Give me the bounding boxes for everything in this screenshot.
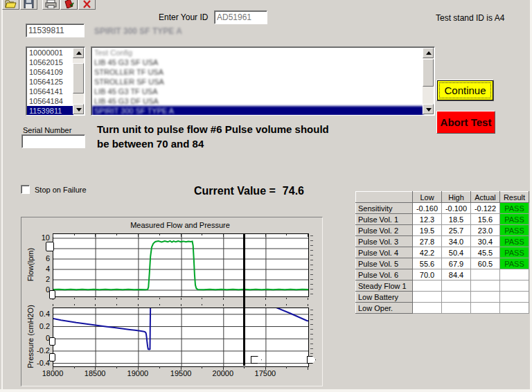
table-column-header: Low (413, 192, 442, 203)
up-arrow-icon (76, 51, 82, 55)
y-tick-label: -0.4 (21, 359, 50, 367)
scroll-up-button[interactable] (423, 48, 434, 58)
list-item[interactable]: LIB 45 G3 SF USA (92, 57, 423, 67)
axis-tick (181, 298, 181, 300)
axis-tick (265, 304, 266, 306)
app-window: Enter Your ID Test stand ID is A4 SPIRIT… (0, 0, 532, 392)
list-item[interactable]: 10564109 (27, 67, 73, 77)
table-cell (471, 303, 500, 314)
axis-tick (286, 366, 287, 368)
axis-tick (286, 234, 287, 235)
table-cell: 12.3 (413, 214, 442, 225)
cursor-handle[interactable] (46, 242, 54, 251)
axis-tick (223, 298, 224, 300)
axis-tick (95, 304, 96, 306)
cursor-handle[interactable] (49, 290, 55, 299)
table-row-header: Low Oper. (356, 303, 413, 314)
stop-on-failure-checkbox[interactable] (21, 185, 30, 194)
toolbar-print-button[interactable] (42, 0, 60, 10)
list-item[interactable]: 10562015 (27, 57, 73, 67)
enter-id-input[interactable] (214, 10, 267, 24)
y-tick-label: 4 (21, 265, 50, 273)
result-pass-cell: PASS (500, 247, 529, 258)
list-item[interactable]: 10564125 (27, 77, 73, 87)
toolbar-open-button[interactable] (2, 0, 19, 10)
list-item[interactable]: STROLLER TF USA (92, 67, 423, 77)
chart-cursor-line[interactable] (243, 233, 245, 366)
list-item[interactable]: Test Config (92, 48, 423, 57)
axis-tick (308, 298, 308, 300)
unit-id-input[interactable] (26, 24, 85, 37)
table-row: Pulse Vol. 442.250.445.5PASS (356, 247, 529, 258)
list-item[interactable]: 10564141 (27, 87, 73, 96)
y-tick-label: 6 (21, 254, 50, 262)
table-cell: 42.2 (413, 247, 442, 258)
printer-icon (45, 0, 57, 8)
table-row-header: Low Battery (356, 292, 413, 303)
current-value: Current Value =74.6 (194, 185, 304, 197)
serial-list-scrollbar[interactable] (73, 48, 84, 114)
continue-button[interactable]: Continue (436, 80, 494, 101)
list-item[interactable]: LIB 45 G3 DF USA (92, 96, 423, 106)
abort-test-button[interactable]: Abort Test (436, 111, 495, 134)
serial-list-items: 1000000110562015105641091056412510564141… (27, 48, 73, 114)
cursor-handle[interactable] (49, 337, 55, 346)
cursor-handle[interactable] (49, 353, 55, 362)
list-item-selected[interactable]: 11539811 (27, 106, 73, 116)
axis-tick (74, 298, 75, 299)
axis-tick (95, 366, 96, 370)
axis-tick (53, 234, 53, 237)
axis-tick (308, 234, 308, 237)
table-cell (471, 269, 500, 280)
serial-number-input[interactable] (21, 134, 85, 148)
axis-tick (223, 304, 224, 306)
axis-tick (116, 304, 117, 305)
flow-line (53, 241, 308, 290)
x-tick-label: 18500 (80, 369, 110, 377)
y-tick-label: 2 (21, 275, 50, 283)
table-cell: 70.0 (413, 269, 442, 280)
scroll-down-button[interactable] (423, 104, 434, 114)
axis-tick (116, 234, 117, 235)
y-tick-label: -0.2 (21, 346, 50, 355)
table-row: Pulse Vol. 112.318.515.6PASS (356, 214, 529, 225)
toolbar-cancel-button[interactable] (78, 0, 96, 10)
axis-tick (308, 304, 308, 306)
table-row: Pulse Vol. 219.525.723.0PASS (356, 225, 529, 236)
list-item[interactable]: 10000001 (27, 48, 73, 57)
axis-tick (138, 234, 139, 237)
table-cell: 50.4 (442, 247, 471, 258)
config-listbox[interactable]: Test ConfigLIB 45 G3 SF USASTROLLER TF U… (91, 46, 435, 116)
list-item[interactable]: 10564184 (27, 96, 73, 106)
table-cell (500, 292, 529, 303)
toolbar-report-button[interactable] (60, 0, 78, 10)
x-tick-label: 19000 (123, 369, 153, 377)
toolbar-save-button[interactable] (20, 0, 37, 10)
table-row: Pulse Vol. 555.667.960.5PASS (356, 258, 529, 269)
axis-tick (286, 298, 287, 299)
scroll-down-button[interactable] (73, 104, 84, 114)
flow-plot[interactable] (53, 233, 309, 297)
up-arrow-icon (426, 51, 432, 55)
down-arrow-icon (426, 108, 432, 112)
scroll-thumb[interactable] (73, 63, 84, 93)
y-tick-label: 0.2 (21, 322, 50, 330)
stop-on-failure-label[interactable]: Stop on Failure (35, 186, 87, 194)
table-cell (471, 280, 500, 292)
serial-listbox[interactable]: 1000000110562015105641091056412510564141… (26, 46, 85, 116)
table-column-header: High (442, 192, 471, 203)
config-list-scrollbar[interactable] (423, 48, 434, 114)
list-item-selected[interactable]: SPIRIT 300 SF TYPE A (92, 106, 423, 116)
table-cell (500, 303, 529, 314)
save-icon (24, 0, 34, 8)
list-item[interactable]: LIB 45 G3 TF USA (92, 87, 423, 96)
pressure-plot[interactable] (53, 308, 309, 367)
table-row-header: Pulse Vol. 6 (356, 269, 413, 280)
scroll-up-button[interactable] (73, 48, 84, 58)
table-row: Sensitivity-0.160-0.100-0.122PASS (356, 203, 529, 214)
scroll-thumb[interactable] (423, 59, 434, 87)
list-item[interactable]: STROLLER SF USA (92, 77, 423, 87)
axis-tick (265, 366, 266, 370)
axis-tick (244, 366, 245, 368)
axis-tick (286, 304, 287, 305)
